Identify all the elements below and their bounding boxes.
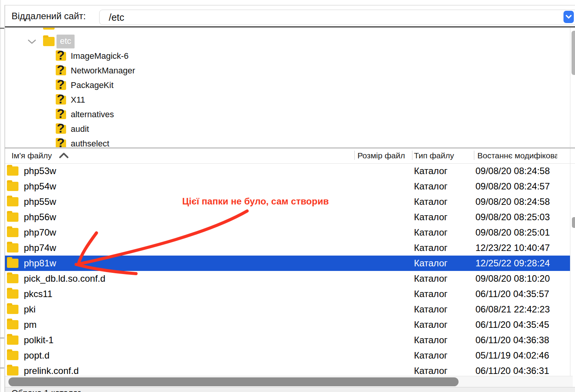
table-row[interactable]: popt.d Каталог 05/11/19 04:02:46 — [5, 348, 575, 363]
unknown-folder-icon: ? — [56, 96, 66, 105]
folder-icon — [7, 351, 18, 360]
table-row[interactable]: pkcs11 Каталог 06/11/20 04:35:57 — [5, 286, 575, 302]
tree-item[interactable]: ? X11 — [5, 93, 575, 107]
remote-site-dropdown-button[interactable] — [563, 11, 574, 23]
status-text: Обрано 1 каталог — [12, 388, 81, 392]
table-row[interactable]: php70w Каталог 09/08/20 08:25:01 — [5, 225, 575, 240]
cell-modified: 09/08/20 08:25:01 — [475, 227, 550, 238]
cell-filetype: Каталог — [414, 304, 447, 315]
tree-item-label: authselect — [71, 139, 109, 148]
cell-filename: php81w — [24, 258, 56, 269]
table-row[interactable]: polkit-1 Каталог 06/11/20 04:36:38 — [5, 332, 575, 348]
folder-icon — [7, 366, 18, 375]
column-header-name[interactable]: Ім'я файлу — [12, 151, 52, 160]
remote-site-path: /etc — [109, 11, 124, 23]
table-row[interactable]: php54w Каталог 09/08/20 08:24:57 — [5, 179, 575, 194]
cell-filetype: Каталог — [414, 258, 447, 269]
tree-item[interactable]: ? alternatives — [5, 107, 575, 122]
tree-item-cut[interactable]: dev — [43, 28, 71, 32]
status-bar: Обрано 1 каталог — [5, 387, 575, 392]
tree-item[interactable]: ? PackageKit — [5, 78, 575, 93]
folder-icon — [7, 305, 18, 314]
cell-filetype: Каталог — [414, 212, 447, 223]
tree-scrollbar-track — [570, 28, 570, 148]
cell-modified: 09/08/20 08:24:58 — [475, 196, 550, 207]
folder-icon — [7, 274, 18, 283]
cell-filetype: Каталог — [414, 335, 447, 345]
table-row[interactable]: php53w Каталог 09/08/20 08:24:58 — [5, 163, 575, 179]
tree-item-label: ImageMagick-6 — [71, 51, 128, 61]
column-divider[interactable] — [412, 151, 412, 160]
cell-filename: php53w — [24, 166, 56, 176]
column-divider[interactable] — [474, 151, 474, 160]
remote-site-combobox[interactable]: /etc — [99, 10, 575, 25]
cell-filename: php54w — [24, 181, 56, 192]
list-scrollbar-thumb[interactable] — [572, 217, 575, 228]
cell-filename: php70w — [24, 227, 56, 238]
horizontal-scrollbar-track[interactable] — [5, 376, 573, 387]
cell-filetype: Каталог — [414, 289, 447, 299]
folder-icon — [7, 289, 18, 299]
cell-filename: php74w — [24, 243, 56, 253]
cell-filename: popt.d — [24, 350, 50, 361]
remote-directory-tree: dev etc ? ImageMagick-6 ? NetworkManager… — [5, 28, 575, 148]
folder-icon — [7, 166, 18, 176]
table-row[interactable]: pm Каталог 06/11/20 04:35:45 — [5, 317, 575, 332]
cell-filetype: Каталог — [414, 166, 447, 176]
cell-filetype: Каталог — [414, 243, 447, 253]
cell-filetype: Каталог — [414, 181, 447, 192]
cell-modified: 05/11/19 04:02:46 — [475, 350, 549, 361]
cell-filetype: Каталог — [414, 273, 447, 284]
tree-item[interactable]: ? authselect — [5, 136, 575, 148]
tree-item[interactable]: ? ImageMagick-6 — [5, 49, 575, 63]
remote-site-bar: Віддалений сайт: /etc — [5, 5, 575, 26]
cell-filetype: Каталог — [414, 365, 447, 376]
question-mark-glyph: ? — [57, 49, 65, 61]
question-mark-glyph: ? — [57, 122, 65, 135]
cell-modified: 09/08/20 08:24:58 — [475, 166, 550, 176]
cell-filetype: Каталог — [414, 227, 447, 238]
table-row[interactable]: pick_db.ld.so.conf.d Каталог 09/08/20 08… — [5, 271, 575, 286]
tree-item-label: PackageKit — [71, 80, 113, 90]
cell-filename: pick_db.ld.so.conf.d — [24, 273, 105, 284]
adjacent-pane-edge — [0, 0, 5, 392]
unknown-folder-icon: ? — [56, 81, 66, 90]
tree-item[interactable]: ? NetworkManager — [5, 63, 575, 78]
cell-filename: pkcs11 — [24, 289, 52, 299]
sort-ascending-icon[interactable] — [58, 152, 69, 160]
tree-item-label: NetworkManager — [71, 66, 135, 76]
tree-item-etc[interactable]: etc — [27, 34, 75, 49]
column-divider[interactable] — [354, 151, 355, 160]
question-mark-glyph: ? — [57, 78, 65, 91]
tree-item-label: audit — [71, 124, 89, 134]
table-row[interactable]: php74w Каталог 12/23/22 10:40:47 — [5, 240, 575, 256]
gutter-mark — [0, 337, 4, 339]
tree-scrollbar-thumb[interactable] — [572, 31, 575, 75]
expander-chevron-icon[interactable] — [27, 34, 37, 49]
unknown-folder-icon: ? — [56, 110, 66, 119]
table-row[interactable]: pki Каталог 06/08/21 22:42:23 — [5, 302, 575, 317]
table-row[interactable]: php56w Каталог 09/08/20 08:25:03 — [5, 209, 575, 225]
column-header-modified[interactable]: Востаннє модифіковано — [477, 151, 557, 160]
tree-item-label: dev — [58, 28, 71, 30]
cell-modified: 06/08/21 22:42:23 — [475, 304, 550, 315]
cell-modified: 06/11/20 04:35:45 — [475, 319, 549, 330]
chevron-down-icon — [565, 15, 572, 19]
cell-filename: prelink.conf.d — [24, 365, 79, 376]
cell-modified: 06/11/20 04:36:38 — [475, 335, 549, 345]
cell-filename: php55w — [24, 196, 56, 207]
gutter-mark — [0, 28, 4, 29]
tree-item[interactable]: ? audit — [5, 122, 575, 136]
column-header-type[interactable]: Тип файлу — [414, 151, 454, 160]
table-row[interactable]: php81w Каталог 12/25/22 09:28:24 — [5, 256, 570, 271]
cell-filetype: Каталог — [414, 196, 447, 207]
folder-icon — [7, 259, 18, 268]
list-scrollbar-track — [570, 148, 570, 376]
folder-icon — [43, 37, 55, 46]
unknown-folder-icon: ? — [56, 52, 66, 61]
column-header-size[interactable]: Розмір файлу — [357, 151, 405, 160]
folder-icon — [7, 182, 18, 191]
horizontal-scrollbar-thumb[interactable] — [8, 377, 459, 386]
tree-item-label-selected: etc — [57, 35, 75, 48]
folder-icon — [43, 28, 55, 30]
